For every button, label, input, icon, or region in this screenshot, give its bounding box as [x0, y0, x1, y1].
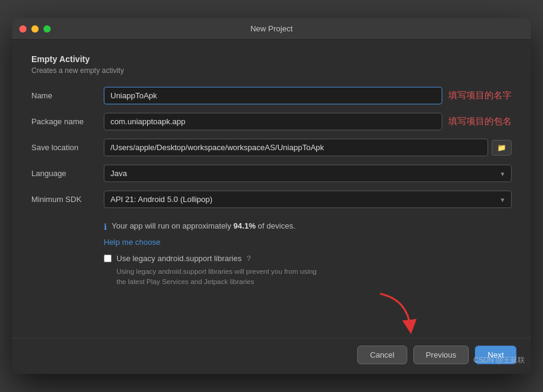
- section-title: Empty Activity: [31, 54, 512, 64]
- package-annotation: 填写项目的包名: [448, 116, 512, 127]
- window-title: New Project: [250, 24, 293, 33]
- folder-browse-button[interactable]: 📁: [492, 140, 512, 156]
- cancel-button[interactable]: Cancel: [357, 346, 407, 364]
- package-input-wrap: [104, 113, 442, 130]
- info-text: Your app will run on approximately 94.1%…: [112, 221, 296, 230]
- min-sdk-select[interactable]: API 21: Android 5.0 (Lollipop) API 22: A…: [104, 191, 512, 208]
- info-icon: ℹ: [104, 222, 107, 232]
- name-label: Name: [31, 91, 104, 100]
- footer: Cancel Previous Next: [12, 338, 531, 374]
- language-select-wrap: Java Kotlin ▼: [104, 165, 512, 182]
- info-box: ℹ Your app will run on approximately 94.…: [104, 221, 512, 232]
- legacy-checkbox[interactable]: [104, 254, 112, 262]
- name-input[interactable]: [104, 87, 442, 104]
- maximize-button[interactable]: [43, 25, 51, 33]
- legacy-checkbox-desc: Using legacy android.support libraries w…: [116, 267, 512, 288]
- close-button[interactable]: [19, 25, 27, 33]
- language-label: Language: [31, 169, 104, 178]
- titlebar: New Project: [12, 18, 531, 40]
- name-row: Name 填写项目的名字: [31, 87, 512, 104]
- name-input-wrap: [104, 87, 442, 104]
- save-location-label: Save location: [31, 143, 104, 152]
- save-location-row: Save location 📁: [31, 139, 512, 156]
- min-sdk-row: Minimum SDK API 21: Android 5.0 (Lollipo…: [31, 191, 512, 208]
- name-annotation: 填写项目的名字: [448, 90, 512, 101]
- new-project-window: New Project Empty Activity Creates a new…: [12, 18, 531, 374]
- min-sdk-label: Minimum SDK: [31, 195, 104, 204]
- package-input[interactable]: [104, 113, 442, 130]
- traffic-lights: [19, 25, 51, 33]
- save-location-input[interactable]: [104, 139, 488, 156]
- legacy-checkbox-row: Use legacy android.support libraries ?: [104, 254, 512, 263]
- min-sdk-select-wrap: API 21: Android 5.0 (Lollipop) API 22: A…: [104, 191, 512, 208]
- language-row: Language Java Kotlin ▼: [31, 165, 512, 182]
- legacy-checkbox-label: Use legacy android.support libraries: [116, 254, 241, 263]
- package-row: Package name 填写项目的包名: [31, 113, 512, 130]
- section-subtitle: Creates a new empty activity: [31, 66, 512, 75]
- help-link[interactable]: Help me choose: [104, 238, 512, 247]
- content-area: Empty Activity Creates a new empty activ…: [12, 40, 531, 338]
- checkbox-help-icon[interactable]: ?: [246, 254, 250, 263]
- package-label: Package name: [31, 117, 104, 126]
- minimize-button[interactable]: [31, 25, 39, 33]
- previous-button[interactable]: Previous: [413, 346, 469, 364]
- language-select[interactable]: Java Kotlin: [104, 165, 512, 182]
- csdn-badge: CSDN @王延联: [473, 355, 525, 365]
